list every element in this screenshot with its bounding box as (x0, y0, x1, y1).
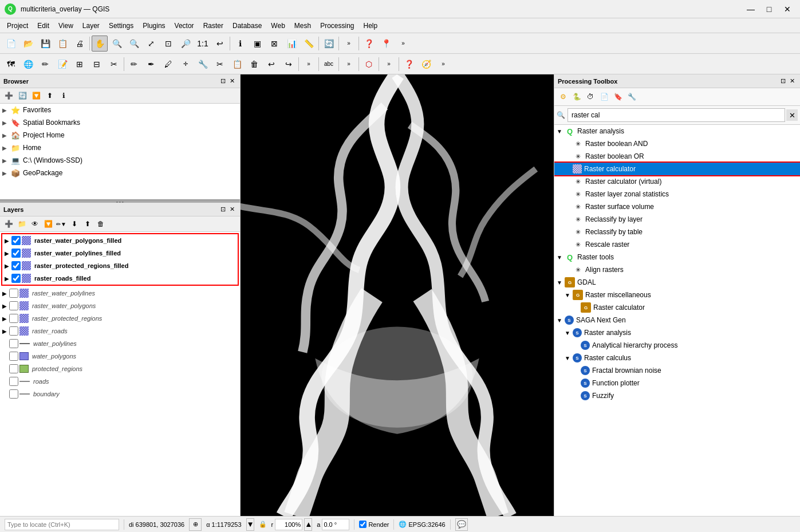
edit-btn4[interactable]: ✛ (178, 56, 194, 72)
browser-item-bookmarks[interactable]: ▶ 🔖 Spatial Bookmarks (0, 116, 240, 129)
align-rasters-item[interactable]: ✳ Align rasters (554, 263, 800, 276)
layer-item-water-polylines-filled[interactable]: ▶ raster_water_polylines_filled (2, 247, 238, 259)
layer-item-raster-water-polygons[interactable]: ▶ raster_water_polygons (0, 300, 240, 312)
toolbox-search-input[interactable] (568, 108, 785, 122)
layer-item-raster-protected-regions[interactable]: ▶ raster_protected_regions (0, 312, 240, 325)
reclassify-by-layer-item[interactable]: ✳ Reclassify by layer (554, 213, 800, 226)
browser-add-button[interactable]: ➕ (2, 89, 15, 102)
browser-collapse-button[interactable]: ⬆ (44, 89, 56, 102)
hex-shape-btn[interactable]: ⬡ (361, 56, 377, 72)
help-btn2[interactable]: ❓ (401, 56, 417, 72)
browser-info-button[interactable]: ℹ (57, 89, 70, 102)
browser-float-button[interactable]: ⊡ (218, 77, 227, 86)
refresh-button[interactable]: 🔄 (321, 36, 337, 52)
raster-analysis-group[interactable]: ▼ Q Raster analysis (554, 125, 800, 137)
zoom-selection-button[interactable]: ⊡ (160, 36, 176, 52)
attribute-table-button[interactable]: 📊 (283, 36, 299, 52)
digitize-btn5[interactable]: ⊞ (72, 56, 88, 72)
map-area[interactable] (241, 74, 554, 516)
layer-item-water-polygons-filled[interactable]: ▶ raster_water_polygons_filled (2, 234, 238, 247)
save-project-button[interactable]: 💾 (37, 36, 53, 52)
zoom-layer-button[interactable]: 🔎 (178, 36, 194, 52)
browser-item-favorites[interactable]: ▶ ⭐ Favorites (0, 104, 240, 116)
help-button[interactable]: ❓ (361, 36, 377, 52)
layer-check-10[interactable] (9, 352, 18, 361)
toolbox-history-button[interactable]: ⏱ (584, 90, 597, 103)
browser-refresh-button[interactable]: 🔄 (16, 89, 29, 102)
layer-check-13[interactable] (9, 389, 18, 399)
edit-btn1[interactable]: ✏ (126, 56, 142, 72)
browser-filter-button[interactable]: 🔽 (30, 89, 42, 102)
more-tb6[interactable]: » (435, 56, 451, 72)
layer-item-protected-regions-filled[interactable]: ▶ raster_protected_regions_filled (2, 259, 238, 272)
layer-check-2[interactable] (11, 249, 21, 258)
layer-check-4[interactable] (11, 274, 21, 283)
menu-web[interactable]: Web (266, 21, 289, 31)
messages-button[interactable]: 💬 (455, 518, 468, 531)
layer-check-9[interactable] (9, 339, 18, 348)
zoom-native-button[interactable]: 1:1 (195, 36, 211, 52)
open-project-button[interactable]: 📂 (20, 36, 36, 52)
layers-float-button[interactable]: ⊡ (218, 205, 227, 214)
layer-item-raster-water-polylines[interactable]: ▶ raster_water_polylines (0, 287, 240, 300)
fractal-brownian-item[interactable]: S Fractal brownian noise (554, 364, 800, 377)
edit-btn6[interactable]: ✂ (212, 56, 228, 72)
edit-btn2[interactable]: ✒ (143, 56, 159, 72)
saga-raster-analysis-group[interactable]: ▼ S Raster analysis (554, 326, 800, 339)
zoom-out-button[interactable]: 🔍 (126, 36, 142, 52)
new-project-button[interactable]: 📄 (3, 36, 19, 52)
menu-processing[interactable]: Processing (316, 21, 358, 31)
edit-btn7[interactable]: 📋 (229, 56, 245, 72)
toolbox-python-button[interactable]: 🐍 (570, 90, 583, 103)
zoom-last-button[interactable]: ↩ (212, 36, 228, 52)
zoom-input[interactable] (275, 519, 302, 530)
layer-item-water-polygons[interactable]: water_polygons (0, 350, 240, 362)
select-button[interactable]: ▣ (249, 36, 265, 52)
menu-vector[interactable]: Vector (170, 21, 199, 31)
layer-visibility-button[interactable]: 👁 (29, 218, 41, 230)
edit-btn5[interactable]: 🔧 (195, 56, 211, 72)
more-tb1[interactable]: » (341, 36, 357, 52)
raster-layer-zonal-item[interactable]: ✳ Raster layer zonal statistics (554, 188, 800, 200)
compass-btn[interactable]: 🧭 (418, 56, 434, 72)
rescale-raster-item[interactable]: ✳ Rescale raster (554, 238, 800, 251)
menu-raster[interactable]: Raster (199, 21, 228, 31)
toolbox-results-button[interactable]: 📄 (598, 90, 610, 103)
close-button[interactable]: ✕ (779, 3, 795, 15)
raster-calc-virtual-item[interactable]: ✳ Raster calculator (virtual) (554, 175, 800, 188)
browser-item-windows-ssd[interactable]: ▶ 💻 C:\ (Windows-SSD) (0, 154, 240, 167)
toolbox-close-button[interactable]: ✕ (787, 77, 797, 86)
toolbox-float-button[interactable]: ⊡ (778, 77, 787, 86)
analytical-hierarchy-item[interactable]: S Analytical hierarchy process (554, 339, 800, 352)
identify-button[interactable]: ℹ (232, 36, 248, 52)
add-layer-button[interactable]: ➕ (2, 218, 15, 230)
raster-calculus-group[interactable]: ▼ S Raster calculus (554, 352, 800, 364)
measure-button[interactable]: 📏 (301, 36, 317, 52)
more-tb5[interactable]: » (381, 56, 397, 72)
minimize-button[interactable]: — (743, 3, 759, 15)
menu-layer[interactable]: Layer (78, 21, 104, 31)
zoom-extent-button[interactable]: ⤢ (143, 36, 159, 52)
layer-check-12[interactable] (9, 377, 18, 386)
abc-label-btn[interactable]: abc (321, 56, 337, 72)
digitize-btn6[interactable]: ⊟ (89, 56, 105, 72)
menu-view[interactable]: View (54, 21, 78, 31)
locate-input[interactable] (5, 519, 119, 530)
digitize-btn1[interactable]: 🗺 (3, 56, 19, 72)
layer-check-3[interactable] (11, 261, 21, 270)
gdal-raster-calc-item[interactable]: G Raster calculator (554, 301, 800, 314)
digitize-btn2[interactable]: 🌐 (20, 56, 36, 72)
gdal-group[interactable]: ▼ G GDAL (554, 276, 800, 289)
print-button[interactable]: 🖨 (72, 36, 88, 52)
deselect-button[interactable]: ⊠ (266, 36, 282, 52)
add-group-button[interactable]: 📁 (15, 218, 28, 230)
layer-filter-button[interactable]: 🔽 (42, 218, 54, 230)
edit-btn3[interactable]: 🖊 (160, 56, 176, 72)
menu-database[interactable]: Database (228, 21, 266, 31)
layer-item-boundary[interactable]: boundary (0, 388, 240, 400)
more-tb4[interactable]: » (341, 56, 357, 72)
remove-layer-button[interactable]: 🗑 (94, 218, 107, 230)
toolbox-settings-button[interactable]: ⚙ (557, 90, 569, 103)
menu-mesh[interactable]: Mesh (290, 21, 316, 31)
layer-item-roads-filled[interactable]: ▶ raster_roads_filled (2, 272, 238, 285)
